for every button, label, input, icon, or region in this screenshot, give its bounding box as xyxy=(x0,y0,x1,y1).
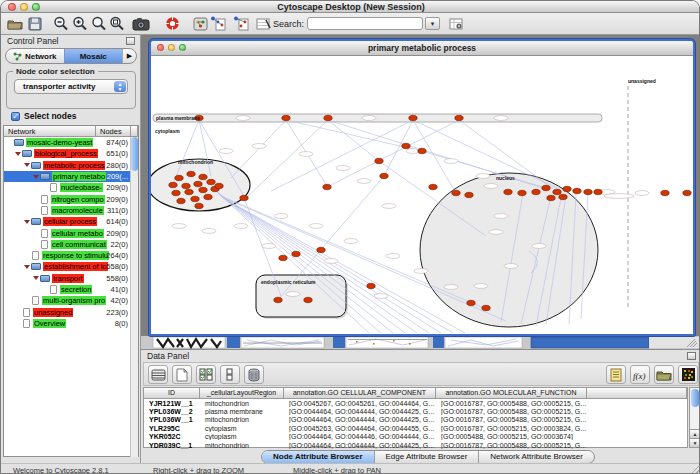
tree-scrollbar-thumb[interactable] xyxy=(131,137,138,171)
gene-node[interactable] xyxy=(418,148,426,153)
matrix-view-icon[interactable] xyxy=(678,365,698,384)
snapshot-icon[interactable] xyxy=(132,15,150,32)
gene-node[interactable] xyxy=(282,115,290,120)
tab-node-attribute-browser[interactable]: Node Attribute Browser xyxy=(262,451,375,463)
gene-node[interactable] xyxy=(661,190,669,195)
scroll-up-icon[interactable]: ▲ xyxy=(690,429,700,438)
gene-node[interactable] xyxy=(683,190,691,195)
table-column-header[interactable]: annotation.GO CELLULAR_COMPONENT xyxy=(284,388,436,399)
new-attribute-icon[interactable] xyxy=(172,365,192,384)
tab-mosaic[interactable]: Mosaic xyxy=(64,49,123,63)
network-tree-item[interactable]: response to stimulu264(0) xyxy=(4,250,131,261)
expand-arrow-icon[interactable] xyxy=(33,175,39,179)
expand-arrow-icon[interactable] xyxy=(33,276,39,280)
gene-node[interactable] xyxy=(594,189,602,194)
search-input[interactable] xyxy=(307,17,423,30)
gene-node[interactable] xyxy=(584,189,592,194)
gene-node[interactable] xyxy=(532,189,540,194)
gene-node[interactable] xyxy=(169,182,177,187)
expand-arrow-icon[interactable] xyxy=(15,152,21,156)
network-tree-item[interactable]: mosaic-demo-yeast874(0) xyxy=(4,137,131,148)
tab-network[interactable]: Network xyxy=(6,49,64,63)
gene-node[interactable] xyxy=(199,174,207,179)
gene-node[interactable] xyxy=(429,184,437,189)
table-column-header[interactable]: _cellularLayoutRegion xyxy=(200,388,284,399)
gene-node[interactable] xyxy=(199,187,207,192)
import-annotation-icon[interactable] xyxy=(232,15,250,32)
gene-node[interactable] xyxy=(175,175,183,180)
zoom-selected-icon[interactable] xyxy=(108,15,126,32)
network-view-window[interactable]: primary metabolic process plasma membran… xyxy=(149,39,695,336)
select-attributes-icon[interactable] xyxy=(196,365,216,384)
zoom-in-icon[interactable] xyxy=(71,15,89,32)
expand-arrow-icon[interactable] xyxy=(24,265,30,269)
table-row[interactable]: YLR295Ccytoplasm[GO:0045263, GO:0044464,… xyxy=(144,424,687,432)
select-nodes-checkbox[interactable]: ✓ xyxy=(11,112,20,121)
gene-node[interactable] xyxy=(304,297,312,302)
gene-node[interactable] xyxy=(563,186,571,191)
table-row[interactable]: YJR121W__1mitochondrion[GO:0045267, GO:0… xyxy=(144,399,687,407)
gene-node[interactable] xyxy=(375,158,383,163)
gene-node[interactable] xyxy=(465,192,473,197)
gene-node[interactable] xyxy=(547,195,555,200)
resize-grip-icon[interactable] xyxy=(690,466,699,474)
tab-edge-attribute-browser[interactable]: Edge Attribute Browser xyxy=(375,451,480,463)
network-view-titlebar[interactable]: primary metabolic process xyxy=(151,41,693,56)
gene-node[interactable] xyxy=(452,190,460,195)
gene-node[interactable] xyxy=(324,115,332,120)
open-file-icon[interactable] xyxy=(6,15,24,32)
tabs-overflow-arrow-icon[interactable]: ▶ xyxy=(122,49,136,63)
gene-node[interactable] xyxy=(292,251,300,256)
network-tree-item[interactable]: secretion41(0) xyxy=(4,284,131,295)
gene-node[interactable] xyxy=(177,198,185,203)
table-row[interactable]: YPL036W__1mitochondrion[GO:0044464, GO:0… xyxy=(144,416,687,424)
gene-node[interactable] xyxy=(409,115,417,120)
network-tree-item[interactable]: cellular metabo209(0) xyxy=(4,227,131,238)
gene-node[interactable] xyxy=(215,183,223,188)
network-tree-item[interactable]: biological_process651(0) xyxy=(4,148,131,159)
gene-node[interactable] xyxy=(317,247,325,252)
gene-node[interactable] xyxy=(573,188,581,193)
delete-attribute-icon[interactable] xyxy=(244,365,264,384)
gene-node[interactable] xyxy=(323,184,331,189)
gene-node[interactable] xyxy=(194,181,202,186)
search-options-icon[interactable] xyxy=(447,15,465,32)
gene-node[interactable] xyxy=(559,194,567,199)
float-data-panel-icon[interactable] xyxy=(687,352,696,360)
network-tree-item[interactable]: unassigned223(0) xyxy=(4,306,131,317)
gene-node[interactable] xyxy=(279,255,287,260)
annotation-notes-icon[interactable] xyxy=(606,365,626,384)
search-dropdown-arrow-icon[interactable]: ▾ xyxy=(425,17,440,30)
zoom-fit-icon[interactable] xyxy=(90,15,108,32)
open-attributes-icon[interactable] xyxy=(654,365,674,384)
network-tree-item[interactable]: cellular process614(0) xyxy=(4,216,131,227)
float-panel-icon[interactable] xyxy=(126,37,135,45)
network-tree-item[interactable]: Overview8(0) xyxy=(4,318,131,329)
network-tree-item[interactable]: multi-organism pro42(0) xyxy=(4,295,131,306)
gene-node[interactable] xyxy=(367,283,375,288)
column-header-network[interactable]: Network xyxy=(4,126,96,137)
gene-node[interactable] xyxy=(504,189,512,194)
gene-node[interactable] xyxy=(195,203,203,208)
edit-network-properties-icon[interactable] xyxy=(254,15,272,32)
network-tree-item[interactable]: primary metabo209(... xyxy=(4,171,131,182)
gene-node[interactable] xyxy=(455,115,463,120)
expand-arrow-icon[interactable] xyxy=(24,220,30,224)
scroll-down-icon[interactable]: ▼ xyxy=(690,438,700,447)
gene-node[interactable] xyxy=(542,185,550,190)
table-column-header[interactable]: annotation.GO MOLECULAR_FUNCTION xyxy=(436,388,587,399)
function-builder-icon[interactable]: f(x) xyxy=(630,365,650,384)
gene-node[interactable] xyxy=(187,171,195,176)
gene-node[interactable] xyxy=(172,190,180,195)
gene-node[interactable] xyxy=(402,143,410,148)
tab-network-attribute-browser[interactable]: Network Attribute Browser xyxy=(479,451,593,463)
help-icon[interactable] xyxy=(163,15,181,32)
table-row[interactable]: YKR052Ccytoplasm[GO:0044464, GO:0044446,… xyxy=(144,433,687,441)
gene-node[interactable] xyxy=(185,189,193,194)
table-scrollbar-thumb[interactable] xyxy=(691,389,699,407)
table-row[interactable]: YPL036W__2plasma membrane[GO:0044464, GO… xyxy=(144,407,687,415)
cytopanel-icon[interactable] xyxy=(191,15,209,32)
unselect-attributes-icon[interactable] xyxy=(220,365,240,384)
gene-node[interactable] xyxy=(553,189,561,194)
network-tree-item[interactable]: establishment of lo558(0) xyxy=(4,261,131,272)
